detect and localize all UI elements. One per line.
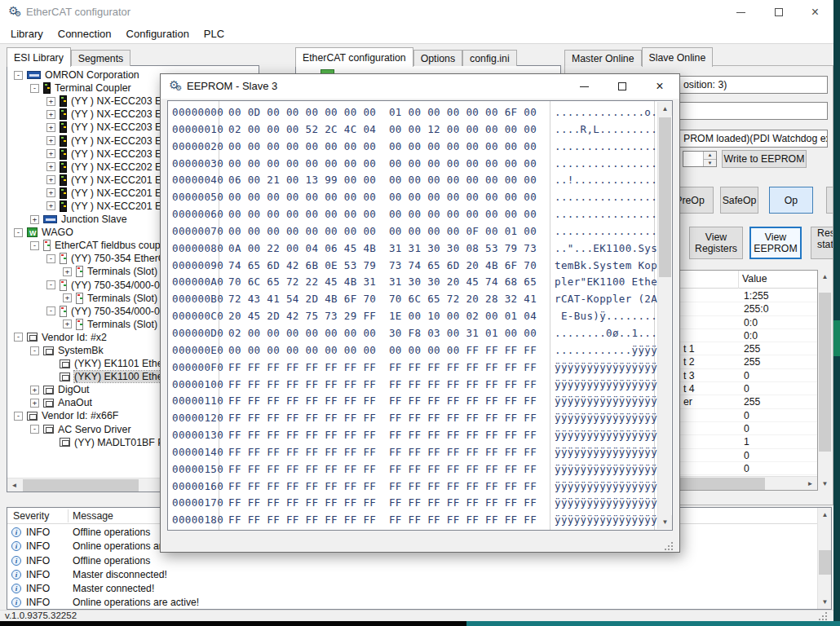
tree-expander-icon[interactable]: +: [46, 97, 55, 106]
write-to-eeprom-button[interactable]: Write to EEPROM: [722, 150, 807, 168]
hex-row[interactable]: 000000800A 00 22 00 04 06 45 4B 31 31 30…: [168, 240, 672, 258]
hex-row[interactable]: 00000180FF FF FF FF FF FF FF FF FF FF FF…: [168, 512, 672, 529]
scroll-up-arrow-icon[interactable]: ▲: [818, 270, 832, 284]
severity-column-header[interactable]: Severity: [13, 510, 49, 522]
hex-row[interactable]: 00000170FF FF FF FF FF FF FF FF FF FF FF…: [168, 495, 672, 512]
menu-item-configuration[interactable]: Configuration: [119, 25, 197, 42]
tab-segments[interactable]: Segments: [71, 50, 130, 66]
hex-row[interactable]: 00000110FF FF FF FF FF FF FF FF FF FF FF…: [168, 393, 672, 410]
log-vscrollbar[interactable]: ▲ ▼: [817, 508, 831, 609]
resize-grip[interactable]: [825, 612, 827, 614]
tree-expander-icon[interactable]: +: [63, 320, 72, 328]
tree-hscroll-thumb[interactable]: [23, 479, 139, 492]
maximize-button[interactable]: [760, 0, 797, 24]
log-row[interactable]: iINFOOffline operations: [7, 554, 831, 568]
log-row[interactable]: iINFOMaster connected!: [7, 582, 831, 596]
tree-expander-icon[interactable]: -: [30, 346, 39, 355]
tree-expander-icon[interactable]: -: [14, 412, 23, 421]
dialog-minimize-button[interactable]: [569, 74, 599, 99]
tree-expander-icon[interactable]: +: [46, 175, 55, 184]
clipped-state-button[interactable]: [826, 187, 833, 214]
hex-row[interactable]: 00000150FF FF FF FF FF FF FF FF FF FF FF…: [168, 461, 672, 478]
hex-row[interactable]: 0000007000 00 00 00 00 00 00 00 00 00 00…: [168, 223, 672, 240]
scroll-down-arrow-icon[interactable]: ▼: [818, 477, 832, 491]
view-registers-button[interactable]: ViewRegisters: [689, 227, 743, 259]
tree-expander-icon[interactable]: +: [46, 110, 55, 119]
table-hscroll-thumb[interactable]: [675, 478, 765, 490]
stepper-up-icon[interactable]: ▲: [704, 152, 716, 159]
hex-row[interactable]: 00000140FF FF FF FF FF FF FF FF FF FF FF…: [168, 444, 672, 461]
hex-row[interactable]: 000000A070 6C 65 72 22 45 4B 31 31 30 30…: [168, 274, 672, 291]
tree-expander-icon[interactable]: -: [46, 306, 55, 315]
tab-config-ini[interactable]: config.ini: [462, 50, 517, 66]
hex-row[interactable]: 0000003000 00 00 00 00 00 00 00 00 00 00…: [168, 156, 672, 173]
hex-row[interactable]: 000000E000 00 00 00 00 00 00 00 00 00 00…: [168, 342, 672, 359]
eeprom-address-stepper[interactable]: ▲▼: [683, 151, 717, 167]
tab-slave-online[interactable]: Slave Online: [642, 47, 714, 67]
tree-expander-icon[interactable]: +: [30, 215, 39, 224]
hex-row[interactable]: 0000004006 00 21 00 13 99 00 00 00 00 00…: [168, 172, 672, 189]
tree-expander-icon[interactable]: -: [14, 71, 23, 80]
tree-expander-icon[interactable]: -: [30, 425, 39, 434]
tree-expander-icon[interactable]: -: [30, 241, 39, 250]
tab-esi-library[interactable]: ESI Library: [7, 47, 71, 67]
tree-expander-icon[interactable]: +: [46, 188, 55, 197]
tree-expander-icon[interactable]: +: [63, 293, 72, 302]
hex-row[interactable]: 00000100FF FF FF FF FF FF FF FF FF FF FF…: [168, 377, 672, 394]
dialog-resize-grip[interactable]: [671, 542, 673, 544]
hex-row[interactable]: 000000B072 43 41 54 2D 4B 6F 70 70 6C 65…: [168, 291, 672, 308]
scroll-down-arrow-icon[interactable]: ▼: [658, 515, 672, 529]
hex-row[interactable]: 000000F0FF FF FF FF FF FF FF FF FF FF FF…: [168, 359, 672, 377]
hex-editor[interactable]: 0000000000 0D 00 00 00 00 00 00 01 00 00…: [167, 100, 673, 531]
tab-options[interactable]: Options: [413, 50, 462, 66]
tree-expander-icon[interactable]: +: [30, 386, 39, 395]
hex-row[interactable]: 0000006000 00 00 00 00 00 00 00 00 00 00…: [168, 206, 672, 223]
hex-row[interactable]: 00000120FF FF FF FF FF FF FF FF FF FF FF…: [168, 410, 672, 427]
menu-item-plc[interactable]: PLC: [197, 25, 232, 42]
hex-row[interactable]: 0000001002 00 00 00 52 2C 4C 04 00 00 12…: [168, 121, 672, 139]
tree-expander-icon[interactable]: -: [30, 84, 39, 93]
hex-row[interactable]: 000000D002 00 00 00 00 00 00 00 30 F8 03…: [168, 325, 672, 342]
tree-expander-icon[interactable]: -: [14, 228, 23, 237]
tree-expander-icon[interactable]: -: [14, 333, 23, 342]
menu-item-library[interactable]: Library: [3, 25, 51, 42]
table-vscroll-thumb[interactable]: [819, 293, 831, 452]
hex-row[interactable]: 00000160FF FF FF FF FF FF FF FF FF FF FF…: [168, 478, 672, 496]
tree-expander-icon[interactable]: +: [46, 162, 55, 171]
table-vscrollbar[interactable]: ▲ ▼: [818, 270, 832, 491]
tree-expander-icon[interactable]: +: [46, 201, 55, 210]
tab-master-online[interactable]: Master Online: [564, 50, 642, 66]
scroll-up-arrow-icon[interactable]: ▲: [818, 508, 832, 522]
log-row[interactable]: iINFOOnline operations are active!: [7, 596, 831, 610]
scroll-up-arrow-icon[interactable]: ▲: [658, 102, 672, 116]
hex-row[interactable]: 000000C020 45 2D 42 75 73 29 FF 1E 00 10…: [168, 308, 672, 325]
hex-row[interactable]: 0000002000 00 00 00 00 00 00 00 00 00 00…: [168, 139, 672, 156]
hex-row[interactable]: 00000130FF FF FF FF FF FF FF FF FF FF FF…: [168, 427, 672, 444]
tree-expander-icon[interactable]: +: [46, 149, 55, 158]
log-vscroll-thumb[interactable]: [819, 550, 831, 575]
safeop-button[interactable]: SafeOp: [720, 187, 758, 214]
hex-row[interactable]: 0000005000 00 00 00 00 00 00 00 00 00 00…: [168, 189, 672, 206]
hex-row[interactable]: 0000000000 0D 00 00 00 00 00 00 01 00 00…: [168, 104, 672, 121]
menu-item-connection[interactable]: Connection: [51, 25, 119, 42]
log-row[interactable]: iINFOMaster disconnected!: [7, 568, 831, 582]
hex-vscroll-thumb[interactable]: [659, 117, 671, 277]
stepper-down-icon[interactable]: ▼: [704, 159, 716, 166]
tab-ethercat-configuration[interactable]: EtherCAT configuration: [295, 47, 413, 67]
hex-vscrollbar[interactable]: ▲ ▼: [657, 102, 671, 529]
view-eeprom-button[interactable]: ViewEEPROM: [749, 227, 802, 259]
minimize-button[interactable]: [723, 0, 759, 24]
op-button[interactable]: Op: [769, 187, 813, 214]
tree-expander-icon[interactable]: -: [46, 254, 55, 263]
hex-row[interactable]: 0000009074 65 6D 42 6B 0E 53 79 73 74 65…: [168, 258, 672, 275]
dialog-close-button[interactable]: ×: [645, 74, 674, 99]
scroll-left-arrow-icon[interactable]: ◄: [7, 478, 21, 492]
scroll-right-arrow-icon[interactable]: ►: [803, 477, 817, 491]
reset-statistics-button[interactable]: Resstatis: [811, 227, 833, 259]
message-column-header[interactable]: Message: [73, 510, 113, 522]
dialog-maximize-button[interactable]: [608, 74, 637, 99]
tree-expander-icon[interactable]: -: [46, 280, 55, 289]
close-button[interactable]: ×: [797, 0, 833, 24]
dialog-titlebar[interactable]: ⚙⚙ EEPROM - Slave 3 ×: [161, 74, 679, 99]
tree-expander-icon[interactable]: +: [63, 267, 72, 276]
